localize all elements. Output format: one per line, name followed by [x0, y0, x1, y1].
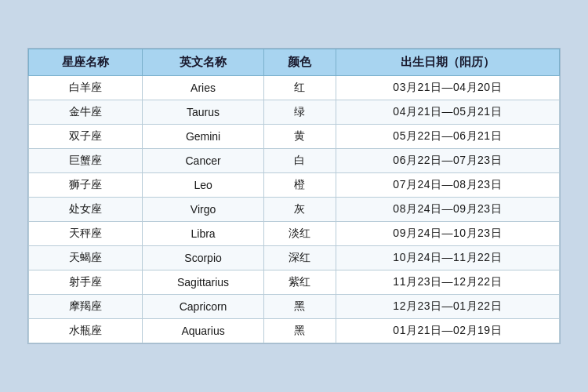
cell-dates: 11月23日—12月22日 [336, 270, 559, 295]
cell-chinese-name: 射手座 [29, 270, 143, 295]
cell-chinese-name: 巨蟹座 [29, 149, 143, 173]
table-header-row: 星座名称 英文名称 颜色 出生日期（阳历） [29, 49, 560, 76]
table-row: 金牛座Taurus绿04月21日—05月21日 [29, 100, 560, 125]
cell-chinese-name: 水瓶座 [29, 319, 143, 343]
col-header-color: 颜色 [264, 49, 336, 76]
cell-english-name: Cancer [142, 149, 264, 173]
table-row: 射手座Sagittarius紫红11月23日—12月22日 [29, 270, 560, 295]
zodiac-table: 星座名称 英文名称 颜色 出生日期（阳历） 白羊座Aries红03月21日—04… [28, 49, 560, 343]
cell-chinese-name: 天秤座 [29, 222, 143, 246]
cell-dates: 10月24日—11月22日 [336, 246, 559, 270]
cell-color: 黑 [264, 319, 336, 343]
cell-color: 黄 [264, 125, 336, 149]
col-header-english: 英文名称 [142, 49, 264, 76]
cell-english-name: Sagittarius [142, 270, 264, 295]
cell-color: 黑 [264, 295, 336, 319]
cell-english-name: Libra [142, 222, 264, 246]
cell-english-name: Taurus [142, 100, 264, 125]
cell-dates: 09月24日—10月23日 [336, 222, 559, 246]
cell-dates: 03月21日—04月20日 [336, 76, 559, 100]
cell-dates: 05月22日—06月21日 [336, 125, 559, 149]
table-row: 白羊座Aries红03月21日—04月20日 [29, 76, 560, 100]
cell-english-name: Capricorn [142, 295, 264, 319]
cell-dates: 01月21日—02月19日 [336, 319, 559, 343]
cell-color: 深红 [264, 246, 336, 270]
cell-chinese-name: 白羊座 [29, 76, 143, 100]
cell-color: 紫红 [264, 270, 336, 295]
table-row: 天蝎座Scorpio深红10月24日—11月22日 [29, 246, 560, 270]
table-row: 巨蟹座Cancer白06月22日—07月23日 [29, 149, 560, 173]
cell-english-name: Aquarius [142, 319, 264, 343]
cell-color: 灰 [264, 198, 336, 222]
table-row: 水瓶座Aquarius黑01月21日—02月19日 [29, 319, 560, 343]
cell-color: 淡红 [264, 222, 336, 246]
table-row: 双子座Gemini黄05月22日—06月21日 [29, 125, 560, 149]
cell-english-name: Gemini [142, 125, 264, 149]
cell-chinese-name: 处女座 [29, 198, 143, 222]
cell-english-name: Virgo [142, 198, 264, 222]
cell-dates: 07月24日—08月23日 [336, 173, 559, 198]
cell-chinese-name: 双子座 [29, 125, 143, 149]
cell-english-name: Scorpio [142, 246, 264, 270]
table-row: 天秤座Libra淡红09月24日—10月23日 [29, 222, 560, 246]
cell-chinese-name: 金牛座 [29, 100, 143, 125]
cell-dates: 08月24日—09月23日 [336, 198, 559, 222]
table-row: 狮子座Leo橙07月24日—08月23日 [29, 173, 560, 198]
table-row: 摩羯座Capricorn黑12月23日—01月22日 [29, 295, 560, 319]
cell-chinese-name: 天蝎座 [29, 246, 143, 270]
cell-color: 红 [264, 76, 336, 100]
cell-color: 绿 [264, 100, 336, 125]
cell-dates: 04月21日—05月21日 [336, 100, 559, 125]
cell-chinese-name: 狮子座 [29, 173, 143, 198]
cell-color: 橙 [264, 173, 336, 198]
cell-color: 白 [264, 149, 336, 173]
zodiac-table-wrapper: 星座名称 英文名称 颜色 出生日期（阳历） 白羊座Aries红03月21日—04… [27, 48, 561, 344]
cell-english-name: Leo [142, 173, 264, 198]
cell-dates: 06月22日—07月23日 [336, 149, 559, 173]
cell-english-name: Aries [142, 76, 264, 100]
table-row: 处女座Virgo灰08月24日—09月23日 [29, 198, 560, 222]
cell-chinese-name: 摩羯座 [29, 295, 143, 319]
col-header-dates: 出生日期（阳历） [336, 49, 559, 76]
col-header-chinese: 星座名称 [29, 49, 143, 76]
cell-dates: 12月23日—01月22日 [336, 295, 559, 319]
